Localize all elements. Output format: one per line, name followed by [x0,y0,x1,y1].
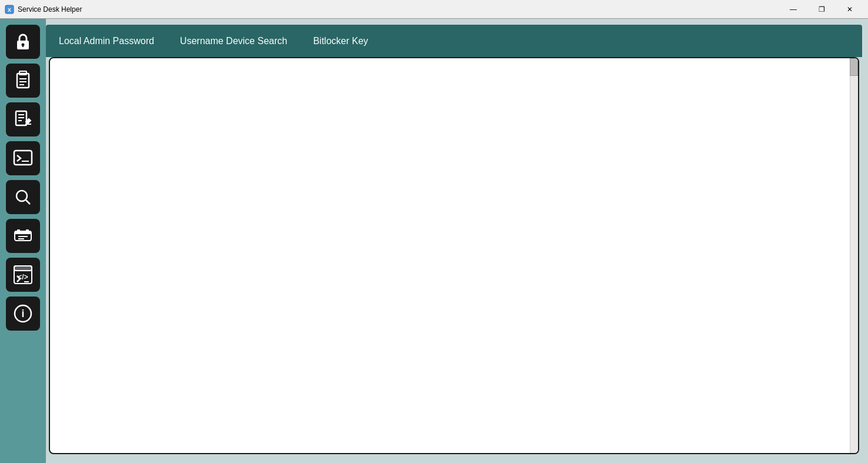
scrollbar-track[interactable] [850,58,858,453]
maximize-button[interactable]: ❐ [808,0,835,19]
tab-bar: Local Admin Password Username Device Sea… [46,25,862,57]
sidebar-item-clipboard[interactable] [6,64,40,98]
sidebar-item-info[interactable]: i [6,297,40,331]
svg-rect-27 [14,266,32,271]
minimize-button[interactable]: — [780,0,807,19]
content-area: Local Admin Password Username Device Sea… [46,19,868,463]
svg-text:i: i [21,308,24,319]
svg-rect-23 [17,229,20,232]
scrollbar-thumb[interactable] [850,58,858,76]
close-button[interactable]: ✕ [836,0,863,19]
svg-rect-24 [26,229,29,232]
svg-text:X: X [8,7,11,13]
svg-text:</>: </> [18,273,28,281]
tab-local-admin[interactable]: Local Admin Password [52,31,161,51]
app-window: </> i Local Admin Password Username Devi… [0,19,868,463]
app-icon: X [5,5,14,14]
sidebar-item-lock[interactable] [6,25,40,59]
title-bar-left: X Service Desk Helper [5,5,82,14]
title-bar: X Service Desk Helper — ❐ ✕ [0,0,868,19]
svg-rect-5 [17,74,29,88]
sidebar-item-terminal[interactable] [6,141,40,175]
tab-username-device[interactable]: Username Device Search [173,31,294,51]
sidebar-item-search[interactable] [6,180,40,214]
window-controls: — ❐ ✕ [780,0,863,19]
sidebar-item-code[interactable]: </> [6,258,40,292]
app-title: Service Desk Helper [18,5,82,14]
svg-line-18 [25,199,30,204]
tab-bitlocker[interactable]: Bitlocker Key [306,31,375,51]
svg-rect-15 [14,151,32,165]
sidebar-item-edit-doc[interactable] [6,102,40,136]
svg-rect-4 [22,45,24,47]
main-content-area [49,57,859,454]
sidebar-item-tools[interactable] [6,219,40,253]
sidebar: </> i [0,19,46,463]
